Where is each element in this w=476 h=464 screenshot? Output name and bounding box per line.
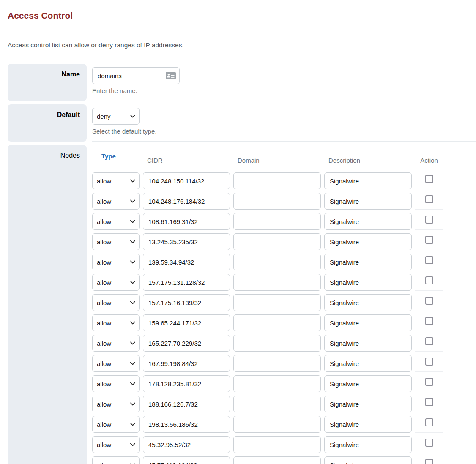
table-row: allow [92,291,476,311]
domain-input[interactable] [233,213,321,230]
type-select[interactable]: allow [92,172,140,189]
type-select-wrap: allow [92,416,140,433]
domain-input[interactable] [233,416,321,433]
table-row: allow [92,453,476,464]
cidr-input[interactable] [143,274,230,291]
type-select-wrap: allow [92,172,140,189]
description-input[interactable] [324,335,412,352]
nodes-field-content: Type CIDR Domain Description Action allo… [92,145,476,464]
default-select[interactable]: deny [92,108,140,125]
column-header-action: Action [415,157,443,169]
domain-input[interactable] [233,314,321,331]
cidr-input[interactable] [143,396,230,412]
cidr-input[interactable] [143,172,230,189]
description-input[interactable] [324,254,412,270]
row-checkbox[interactable] [425,378,433,386]
name-input-wrap [92,67,180,84]
domain-input[interactable] [233,456,321,464]
domain-input[interactable] [233,274,321,291]
type-select[interactable]: allow [92,396,140,412]
type-select[interactable]: allow [92,456,140,464]
description-input[interactable] [324,172,412,189]
cidr-input[interactable] [143,416,230,433]
cidr-input[interactable] [143,456,230,464]
domain-input[interactable] [233,172,321,189]
cidr-input[interactable] [143,233,230,250]
description-input[interactable] [324,213,412,230]
domain-input[interactable] [233,355,321,372]
contact-card-icon[interactable] [166,72,176,81]
cidr-input[interactable] [143,355,230,372]
type-select[interactable]: allow [92,416,140,433]
description-input[interactable] [324,193,412,210]
domain-input[interactable] [233,396,321,412]
row-checkbox[interactable] [425,236,433,244]
type-select[interactable]: allow [92,355,140,372]
action-cell [415,311,443,331]
access-control-page: Access Control Access control list can a… [0,0,476,464]
row-checkbox[interactable] [425,439,433,447]
type-select-wrap: allow [92,355,140,372]
type-select[interactable]: allow [92,254,140,270]
domain-input[interactable] [233,193,321,210]
type-select-wrap: allow [92,274,140,291]
domain-input[interactable] [233,294,321,311]
cidr-input[interactable] [143,213,230,230]
row-checkbox[interactable] [425,216,433,224]
row-checkbox[interactable] [425,398,433,406]
type-select[interactable]: allow [92,335,140,352]
cidr-input[interactable] [143,375,230,392]
row-checkbox[interactable] [425,459,433,464]
row-checkbox[interactable] [425,195,433,203]
row-checkbox[interactable] [425,175,433,183]
cidr-input[interactable] [143,294,230,311]
cidr-input[interactable] [143,436,230,453]
cidr-input[interactable] [143,254,230,270]
table-row: allow [92,270,476,291]
description-input[interactable] [324,233,412,250]
row-checkbox[interactable] [425,256,433,264]
action-cell [415,392,443,412]
type-select-wrap: allow [92,193,140,210]
type-select[interactable]: allow [92,294,140,311]
description-input[interactable] [324,294,412,311]
type-select[interactable]: allow [92,314,140,331]
nodes-label: Nodes [8,145,87,464]
type-select-wrap: allow [92,314,140,331]
description-input[interactable] [324,355,412,372]
domain-input[interactable] [233,254,321,270]
type-select[interactable]: allow [92,233,140,250]
description-input[interactable] [324,416,412,433]
type-select-wrap: allow [92,213,140,230]
cidr-input[interactable] [143,314,230,331]
description-input[interactable] [324,274,412,291]
description-input[interactable] [324,456,412,464]
sort-type-header[interactable]: Type [96,153,122,164]
description-input[interactable] [324,436,412,453]
row-checkbox[interactable] [425,418,433,426]
type-select[interactable]: allow [92,375,140,392]
domain-input[interactable] [233,233,321,250]
action-cell [415,189,443,210]
cidr-input[interactable] [143,335,230,352]
row-checkbox[interactable] [425,297,433,305]
row-checkbox[interactable] [425,337,433,345]
column-header-type: Type [92,153,140,169]
row-checkbox[interactable] [425,358,433,366]
row-checkbox[interactable] [425,317,433,325]
domain-input[interactable] [233,436,321,453]
type-select[interactable]: allow [92,274,140,291]
type-select[interactable]: allow [92,213,140,230]
domain-input[interactable] [233,375,321,392]
description-input[interactable] [324,314,412,331]
description-input[interactable] [324,396,412,412]
cidr-input[interactable] [143,193,230,210]
domain-input[interactable] [233,335,321,352]
description-input[interactable] [324,375,412,392]
name-help-text: Enter the name. [92,87,476,95]
row-checkbox[interactable] [425,276,433,284]
action-cell [415,412,443,433]
table-row: allow [92,433,476,453]
type-select[interactable]: allow [92,436,140,453]
type-select[interactable]: allow [92,193,140,210]
